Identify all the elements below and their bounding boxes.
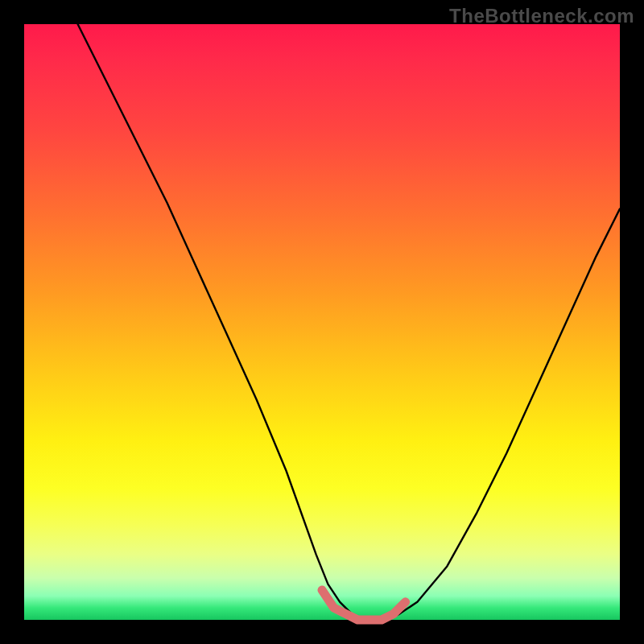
watermark-text: TheBottleneck.com	[449, 5, 634, 27]
chart-stage: TheBottleneck.com	[0, 0, 644, 644]
plot-area	[24, 24, 620, 620]
bottleneck-curve-path	[78, 24, 620, 620]
curve-svg	[24, 24, 620, 620]
